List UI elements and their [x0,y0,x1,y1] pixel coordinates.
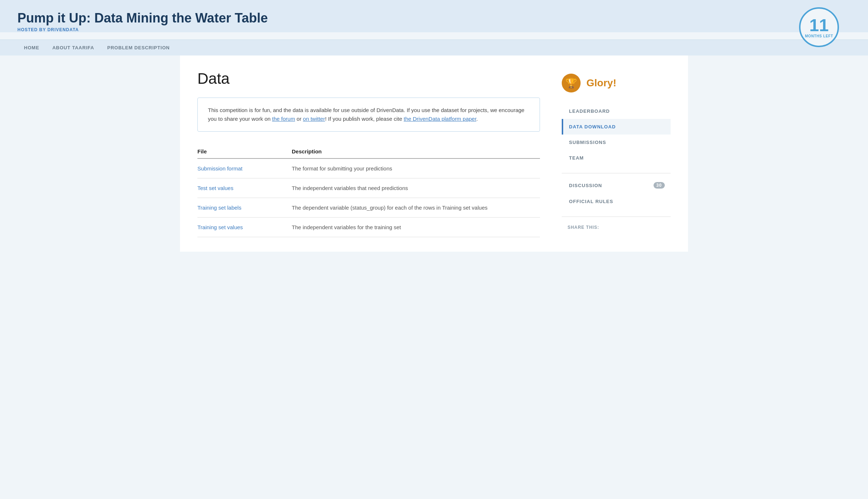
table-cell-file[interactable]: Test set values [197,178,292,198]
table-header-row: File Description [197,145,540,158]
months-number: 11 [809,17,828,34]
nav-link-about[interactable]: ABOUT TAARIFA [46,40,101,55]
sidebar-item-official-rules[interactable]: OFFICIAL RULES [562,194,671,209]
site-subtitle: HOSTED BY DRIVENDATA [17,27,851,32]
file-link[interactable]: Training set values [197,224,243,230]
file-link[interactable]: Test set values [197,185,233,191]
nav-list: HOME ABOUT TAARIFA PROBLEM DESCRIPTION [0,40,868,55]
glory-text: Glory! [586,77,616,89]
months-label: MONTHS LEFT [805,34,833,38]
table-cell-desc: The independent variables that need pred… [292,178,540,198]
sidebar-link-submissions[interactable]: SUBMISSIONS [563,135,671,150]
sidebar-link-data-download[interactable]: DATA DOWNLOAD [563,119,671,135]
content-area: Data This competition is for fun, and th… [197,70,540,237]
table-row: Test set values The independent variable… [197,178,540,198]
table-row: Submission format The format for submitt… [197,158,540,178]
table-cell-file[interactable]: Submission format [197,158,292,178]
info-link-paper[interactable]: the DrivenData platform paper [404,116,476,122]
sidebar-link-official-rules[interactable]: OFFICIAL RULES [563,194,671,209]
sidebar-item-team[interactable]: TEAM [562,150,671,166]
table-cell-desc: The dependent variable (status_group) fo… [292,198,540,218]
sidebar-link-leaderboard[interactable]: LEADERBOARD [563,103,671,119]
info-text-mid2: ! If you publish work, please cite [325,116,404,122]
sidebar-nav-top: LEADERBOARD DATA DOWNLOAD SUBMISSIONS TE… [562,103,671,166]
sidebar-item-data-download[interactable]: DATA DOWNLOAD [562,119,671,135]
info-box: This competition is for fun, and the dat… [197,98,540,132]
sidebar-item-discussion[interactable]: DISCUSSION 30 [562,177,671,194]
discussion-badge: 30 [654,182,665,189]
nav-link-problem[interactable]: PROBLEM DESCRIPTION [101,40,176,55]
nav-item-home[interactable]: HOME [17,40,46,55]
trophy-icon: 🏆 [562,74,581,92]
sidebar-discussion-label: DISCUSSION [569,183,602,188]
table-cell-file[interactable]: Training set labels [197,198,292,218]
sidebar: 🏆 Glory! LEADERBOARD DATA DOWNLOAD SUBMI… [562,70,671,237]
table-cell-desc: The independent variables for the traini… [292,218,540,237]
months-badge: 11 MONTHS LEFT [799,7,839,47]
table-row: Training set values The independent vari… [197,218,540,237]
col-desc: Description [292,145,540,158]
sidebar-link-team[interactable]: TEAM [563,150,671,166]
nav-item-problem[interactable]: PROBLEM DESCRIPTION [101,40,176,55]
sidebar-link-discussion[interactable]: DISCUSSION 30 [563,177,671,194]
site-title: Pump it Up: Data Mining the Water Table [17,10,851,26]
sidebar-divider-2 [562,216,671,217]
nav-item-about[interactable]: ABOUT TAARIFA [46,40,101,55]
main-container: Data This competition is for fun, and th… [180,55,688,252]
info-text-mid1: or [295,116,303,122]
sidebar-item-submissions[interactable]: SUBMISSIONS [562,135,671,150]
file-link[interactable]: Training set labels [197,205,241,211]
file-link[interactable]: Submission format [197,165,242,172]
table-cell-desc: The format for submitting your predictio… [292,158,540,178]
page-title: Data [197,70,540,87]
table-row: Training set labels The dependent variab… [197,198,540,218]
info-link-forum[interactable]: the forum [272,116,295,122]
sidebar-nav-bottom: DISCUSSION 30 OFFICIAL RULES [562,177,671,209]
site-header: Pump it Up: Data Mining the Water Table … [0,0,868,32]
glory-section: 🏆 Glory! [562,74,671,92]
info-text-end: . [476,116,478,122]
sidebar-item-leaderboard[interactable]: LEADERBOARD [562,103,671,119]
data-table: File Description Submission format The f… [197,145,540,237]
site-nav: HOME ABOUT TAARIFA PROBLEM DESCRIPTION [0,40,868,55]
share-label: SHARE THIS: [562,220,671,232]
col-file: File [197,145,292,158]
info-link-twitter[interactable]: on twitter [303,116,325,122]
sidebar-divider [562,173,671,173]
table-cell-file[interactable]: Training set values [197,218,292,237]
nav-link-home[interactable]: HOME [17,40,46,55]
